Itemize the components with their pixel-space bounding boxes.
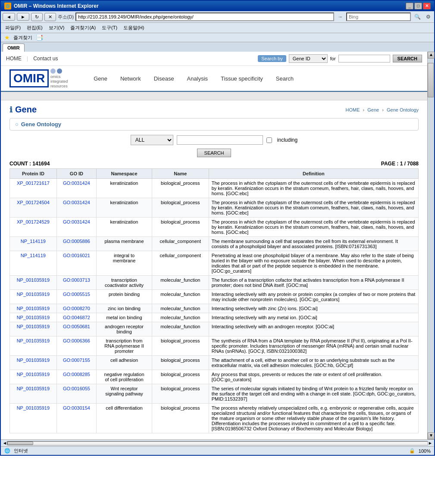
definition-cell: Interacting selectively with zinc (Zn) i…	[209, 304, 418, 313]
protein-id-link[interactable]: XP_001724504	[17, 200, 50, 205]
namespace-cell: transcription from RNA polymerase II pro…	[97, 336, 152, 356]
go-id-link[interactable]: GO:0003713	[63, 277, 90, 283]
scroll-track-horizontal	[7, 441, 428, 445]
protein-id-link[interactable]: NP_114119	[21, 239, 46, 244]
namespace-cell: transcription coactivator activity	[97, 276, 152, 290]
tab-bar: OMIR	[1, 42, 434, 52]
protein-id-link[interactable]: NP_001035919	[17, 277, 50, 283]
col-name: Name	[152, 169, 209, 179]
maximize-btn[interactable]: □	[414, 3, 422, 9]
address-input[interactable]	[75, 12, 334, 21]
protein-id-link[interactable]: NP_001035919	[17, 324, 50, 329]
status-right: 🔒 100%	[409, 448, 431, 454]
go-id-link[interactable]: GO:0008270	[63, 306, 90, 311]
protein-id-link[interactable]: NP_114119	[21, 253, 46, 258]
minimize-btn[interactable]: _	[406, 3, 413, 9]
go-id-link[interactable]: GO:0008285	[63, 372, 90, 377]
scroll-right-arrow[interactable]: ►	[428, 441, 432, 445]
search-icon[interactable]: 🔍	[413, 13, 422, 21]
go-id-link[interactable]: GO:0006366	[63, 338, 90, 343]
go-id-link[interactable]: GO:0031424	[63, 200, 90, 205]
including-checkbox[interactable]	[266, 137, 272, 143]
namespace-type-cell: biological_process	[152, 336, 209, 356]
definition-cell: The process in which the cytoplasm of th…	[209, 179, 418, 198]
definition-cell: The synthesis of RNA from a DNA template…	[209, 336, 418, 356]
go-id-link[interactable]: GO:0016021	[63, 253, 90, 258]
protein-id-link[interactable]: NP_001035919	[17, 405, 50, 411]
menu-edit[interactable]: 편집(E)	[24, 24, 45, 32]
stop-button[interactable]: ✕	[44, 13, 56, 21]
page-content: HOME | Contact us Search by Gene ID Gene…	[1, 52, 427, 439]
table-row: XP_001721617GO:0031424keratinizationbiol…	[10, 179, 419, 198]
protein-id-link[interactable]: NP_001035919	[17, 372, 50, 377]
active-tab[interactable]: OMIR	[3, 44, 25, 52]
scroll-down-arrow[interactable]: ▼	[428, 432, 435, 439]
scroll-thumb-vertical[interactable]	[428, 63, 434, 97]
title-bar-left: 🌐 OMIR – Windows Internet Explorer	[4, 3, 99, 9]
scroll-up-arrow[interactable]: ▲	[428, 52, 435, 59]
table-row: XP_001724504GO:0031424keratinizationbiol…	[10, 198, 419, 218]
for-label: for	[330, 56, 336, 61]
nav-network[interactable]: Network	[120, 75, 141, 82]
page-title: ℹ Gene	[9, 105, 37, 115]
scroll-left-arrow[interactable]: ◄	[3, 441, 7, 445]
protein-id-link[interactable]: NP_001035919	[17, 358, 50, 363]
definition-cell: The process whereby relatively unspecial…	[209, 404, 418, 433]
menu-favorites[interactable]: 즐겨찾기(A)	[68, 24, 98, 32]
top-search-input[interactable]	[338, 55, 390, 62]
protein-id-link[interactable]: XP_001724529	[17, 219, 50, 224]
nav-search[interactable]: Search	[276, 75, 294, 82]
table-row: NP_001035919GO:0016055Wnt receptor signa…	[10, 384, 419, 404]
breadcrumb-gene[interactable]: Gene	[367, 107, 379, 112]
filter-select[interactable]: ALL Protein ID GO ID Namespace Name	[131, 135, 173, 145]
filter-input[interactable]	[177, 135, 263, 145]
namespace-cell: protein binding	[97, 290, 152, 304]
forward-button[interactable]: ►	[17, 13, 29, 21]
filter-search-button[interactable]: SEARCH	[197, 149, 232, 157]
contact-link[interactable]: Contact us	[33, 56, 58, 62]
menu-help[interactable]: 도움말(H)	[121, 24, 147, 32]
close-btn[interactable]: ✕	[423, 3, 431, 9]
nav-analysis[interactable]: Analysis	[187, 75, 208, 82]
home-link[interactable]: HOME	[6, 56, 22, 62]
protein-id-link[interactable]: NP_001035919	[17, 292, 50, 297]
browser-window: 🌐 OMIR – Windows Internet Explorer _ □ ✕…	[0, 0, 435, 456]
menu-file[interactable]: 파일(F)	[3, 24, 23, 32]
go-id-link[interactable]: GO:0030154	[63, 405, 90, 411]
top-search-button[interactable]: SEARCH	[393, 55, 422, 62]
go-id-link[interactable]: GO:0016055	[63, 386, 90, 391]
go-id-link[interactable]: GO:0031424	[63, 180, 90, 186]
menu-view[interactable]: 보기(V)	[46, 24, 67, 32]
refresh-button[interactable]: ↻	[31, 13, 43, 21]
menu-tools[interactable]: 도구(T)	[99, 24, 120, 32]
back-button[interactable]: ◄	[3, 13, 15, 21]
go-id-link[interactable]: GO:0005886	[63, 239, 90, 244]
nav-gene[interactable]: Gene	[94, 75, 107, 82]
go-id-link[interactable]: GO:0005515	[63, 292, 90, 297]
nav-separator: |	[27, 56, 28, 62]
protein-id-link[interactable]: NP_001035919	[17, 315, 50, 320]
protein-id-link[interactable]: XP_001721617	[17, 180, 50, 186]
protein-id-link[interactable]: NP_001035919	[17, 386, 50, 391]
col-protein-id: Protein ID	[10, 169, 57, 179]
address-label: 주소(D)	[58, 14, 74, 20]
protein-id-link[interactable]: NP_001035919	[17, 306, 50, 311]
page-title-icon: ℹ	[9, 105, 13, 115]
go-id-link[interactable]: GO:0031424	[63, 219, 90, 224]
breadcrumb-current: Gene Ontology	[387, 107, 419, 112]
go-id-link[interactable]: GO:0050681	[63, 324, 90, 329]
main-content: ℹ Gene HOME › Gene › Gene Ontology	[1, 100, 427, 438]
col-definition: Definition	[209, 169, 418, 179]
namespace-cell: keratinization	[97, 218, 152, 237]
protein-id-link[interactable]: NP_001035919	[17, 338, 50, 343]
go-icon[interactable]: →	[336, 13, 344, 21]
tools-icon[interactable]: ⚙	[424, 13, 432, 21]
go-id-link[interactable]: GO:0046872	[63, 315, 90, 320]
nav-tissue-specificity[interactable]: Tissue specificity	[221, 75, 263, 82]
ie-search-input[interactable]	[346, 12, 411, 21]
nav-disease[interactable]: Disease	[154, 75, 174, 82]
go-id-link[interactable]: GO:0007155	[63, 358, 90, 363]
search-by-select[interactable]: Gene ID Gene Name GO ID Disease	[289, 54, 328, 63]
breadcrumb-home[interactable]: HOME	[345, 107, 360, 112]
scroll-thumb-horizontal[interactable]	[7, 442, 33, 445]
